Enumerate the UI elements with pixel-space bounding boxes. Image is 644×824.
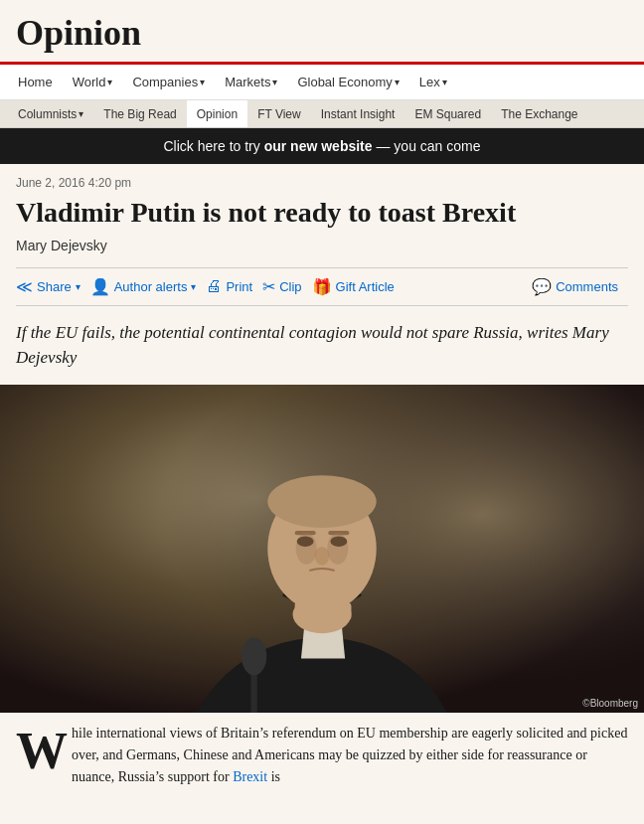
gift-article-button[interactable]: 🎁 Gift Article bbox=[312, 275, 404, 298]
subnav-opinion[interactable]: Opinion bbox=[187, 100, 247, 128]
clip-button[interactable]: ✂ Clip bbox=[262, 275, 311, 298]
article-date: June 2, 2016 4:20 pm bbox=[16, 176, 628, 190]
print-button[interactable]: 🖨 Print bbox=[206, 275, 262, 297]
author-icon: 👤 bbox=[90, 277, 110, 296]
nav-companies-arrow: ▾ bbox=[200, 77, 205, 87]
subnav-instant-insight[interactable]: Instant Insight bbox=[311, 100, 405, 128]
subnav-exchange[interactable]: The Exchange bbox=[491, 100, 587, 128]
image-credit: ©Bloomberg bbox=[582, 698, 638, 709]
nav-lex[interactable]: Lex▾ bbox=[409, 65, 457, 100]
share-arrow: ▾ bbox=[76, 281, 80, 292]
nav-markets-arrow: ▾ bbox=[272, 77, 277, 87]
drop-cap: W bbox=[16, 731, 68, 772]
nav-global-economy-arrow: ▾ bbox=[395, 77, 400, 87]
author-alerts-button[interactable]: 👤 Author alerts ▾ bbox=[90, 275, 207, 298]
author-alerts-arrow: ▾ bbox=[191, 281, 196, 292]
svg-point-8 bbox=[267, 475, 376, 528]
svg-rect-18 bbox=[339, 601, 352, 620]
subnav-columnists-arrow: ▾ bbox=[79, 108, 83, 119]
svg-point-13 bbox=[315, 546, 330, 565]
share-icon: ≪ bbox=[16, 277, 33, 296]
nav-companies[interactable]: Companies▾ bbox=[122, 65, 215, 100]
subnav-big-read[interactable]: The Big Read bbox=[93, 100, 186, 128]
subnav-em-squared[interactable]: EM Squared bbox=[404, 100, 491, 128]
brexit-link[interactable]: Brexit bbox=[233, 769, 267, 784]
promo-banner[interactable]: Click here to try our new website — you … bbox=[0, 128, 644, 164]
comments-icon: 💬 bbox=[532, 277, 552, 296]
print-icon: 🖨 bbox=[206, 277, 222, 295]
nav-home[interactable]: Home bbox=[8, 65, 63, 100]
svg-rect-17 bbox=[324, 598, 337, 620]
top-nav: Home World▾ Companies▾ Markets▾ Global E… bbox=[0, 65, 644, 100]
subnav-ft-view[interactable]: FT View bbox=[247, 100, 311, 128]
article-author: Mary Dejevsky bbox=[16, 238, 628, 253]
svg-point-21 bbox=[296, 533, 317, 565]
article-title: Vladimir Putin is not ready to toast Bre… bbox=[16, 196, 628, 230]
sub-nav: Columnists▾ The Big Read Opinion FT View… bbox=[0, 100, 644, 128]
nav-world-arrow: ▾ bbox=[107, 77, 112, 87]
article-toolbar: ≪ Share ▾ 👤 Author alerts ▾ 🖨 Print ✂ Cl… bbox=[16, 267, 628, 306]
svg-rect-15 bbox=[295, 600, 308, 621]
page-title: Opinion bbox=[16, 12, 628, 54]
svg-point-20 bbox=[242, 637, 266, 675]
article-container: June 2, 2016 4:20 pm Vladimir Putin is n… bbox=[0, 164, 644, 371]
opinion-header: Opinion bbox=[0, 0, 644, 65]
nav-world[interactable]: World▾ bbox=[63, 65, 123, 100]
gift-icon: 🎁 bbox=[312, 277, 332, 296]
article-photo: ©Bloomberg bbox=[0, 385, 644, 713]
article-intro: If the EU fails, the potential continent… bbox=[16, 320, 628, 371]
svg-rect-16 bbox=[309, 597, 322, 620]
nav-lex-arrow: ▾ bbox=[442, 77, 447, 87]
nav-global-economy[interactable]: Global Economy▾ bbox=[287, 65, 408, 100]
nav-markets[interactable]: Markets▾ bbox=[215, 65, 287, 100]
comments-button[interactable]: 💬 Comments bbox=[532, 275, 628, 298]
article-body-paragraph: While international views of Britain’s r… bbox=[16, 723, 628, 789]
article-body: While international views of Britain’s r… bbox=[0, 713, 644, 789]
clip-icon: ✂ bbox=[262, 277, 275, 296]
share-button[interactable]: ≪ Share ▾ bbox=[16, 275, 90, 298]
article-image: ©Bloomberg bbox=[0, 385, 644, 713]
svg-point-22 bbox=[327, 533, 348, 565]
subnav-columnists[interactable]: Columnists▾ bbox=[8, 100, 93, 128]
